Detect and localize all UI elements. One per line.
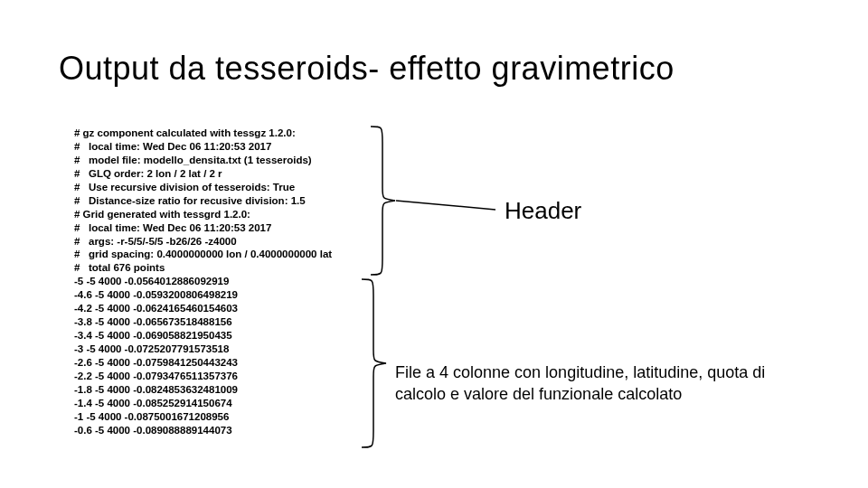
description-label: File a 4 colonne con longitudine, latitu… — [395, 361, 811, 406]
header-label: Header — [505, 197, 581, 225]
slide-title: Output da tesseroids- effetto gravimetri… — [59, 50, 675, 88]
connector-header — [394, 199, 503, 217]
output-code-block: # gz component calculated with tessgz 1.… — [74, 127, 332, 437]
brace-data — [357, 277, 393, 449]
